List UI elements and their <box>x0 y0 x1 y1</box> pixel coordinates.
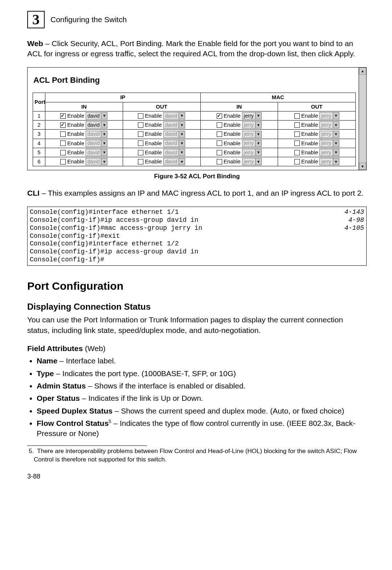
mac-out-6-checkbox[interactable] <box>294 159 300 164</box>
ip-in-4-checkbox[interactable] <box>60 141 66 146</box>
scroll-track[interactable] <box>359 75 366 163</box>
chevron-down-icon[interactable]: ▼ <box>333 158 339 165</box>
cli-cmd: Console(config)#interface ethernet 1/1 <box>30 208 179 216</box>
chevron-down-icon[interactable]: ▼ <box>255 113 261 119</box>
chevron-down-icon[interactable]: ▼ <box>179 158 185 165</box>
chevron-down-icon[interactable]: ▼ <box>101 140 107 147</box>
chevron-down-icon[interactable]: ▼ <box>333 140 339 147</box>
mac-in-5-select[interactable]: jerry▼ <box>242 149 262 156</box>
ip-out-1-select[interactable]: david▼ <box>163 112 185 119</box>
mac-in-4-select[interactable]: jerry▼ <box>242 140 262 147</box>
chevron-down-icon[interactable]: ▼ <box>333 113 339 119</box>
ip-in-4-select[interactable]: david▼ <box>86 140 107 147</box>
mac-in-6-select[interactable]: jerry▼ <box>242 158 262 165</box>
ip-in-3-checkbox[interactable] <box>60 131 66 137</box>
mac-out-1-checkbox[interactable] <box>294 113 300 119</box>
chevron-down-icon[interactable]: ▼ <box>179 131 185 138</box>
web-text: – Click Security, ACL, Port Binding. Mar… <box>27 39 355 58</box>
ip-out-2-select[interactable]: david▼ <box>163 121 185 129</box>
chevron-down-icon[interactable]: ▼ <box>333 149 339 156</box>
mac-in-2-checkbox[interactable] <box>217 122 222 128</box>
mac-out-1-select[interactable]: jerry▼ <box>319 112 339 119</box>
mac-out-4-select[interactable]: jerry▼ <box>319 140 339 147</box>
col-port: Port <box>33 93 45 111</box>
chevron-down-icon[interactable]: ▼ <box>255 158 261 165</box>
chevron-down-icon[interactable]: ▼ <box>255 149 261 156</box>
mac-out-2-checkbox[interactable] <box>294 122 300 128</box>
cli-cmd: Console(config-if)#ip access-group david… <box>30 248 198 256</box>
mac-in-5-checkbox[interactable] <box>217 150 222 155</box>
ip-in-1-checkbox[interactable] <box>60 113 66 119</box>
scroll-up-icon[interactable]: ▲ <box>359 68 366 75</box>
mac-in-4-checkbox[interactable] <box>217 141 222 146</box>
cli-text: – This examples assigns an IP and MAC in… <box>40 189 364 197</box>
figure-caption: Figure 3-52 ACL Port Binding <box>27 172 367 181</box>
chevron-down-icon[interactable]: ▼ <box>179 140 185 147</box>
chevron-down-icon[interactable]: ▼ <box>255 122 261 128</box>
mac-in-6-checkbox[interactable] <box>217 159 222 164</box>
mac-out-1-enable-label: Enable <box>301 112 318 119</box>
ip-in-6-checkbox[interactable] <box>60 159 66 164</box>
ip-out-3-select[interactable]: david▼ <box>163 131 185 138</box>
ip-in-2-select[interactable]: david▼ <box>86 121 107 129</box>
chevron-down-icon[interactable]: ▼ <box>255 140 261 147</box>
ip-in-6-enable-label: Enable <box>67 158 84 165</box>
chevron-down-icon[interactable]: ▼ <box>101 158 107 165</box>
ip-out-3-checkbox[interactable] <box>138 131 143 137</box>
ip-in-3-select[interactable]: david▼ <box>86 131 107 138</box>
ip-in-5-select[interactable]: david▼ <box>86 149 107 156</box>
chapter-title: Configuring the Switch <box>50 15 127 25</box>
mac-in-1-select[interactable]: jerry▼ <box>242 112 262 119</box>
mac-in-2-select[interactable]: jerry▼ <box>242 121 262 129</box>
chevron-down-icon[interactable]: ▼ <box>101 149 107 156</box>
ip-out-1-checkbox[interactable] <box>138 113 143 119</box>
mac-out-5-checkbox[interactable] <box>294 150 300 155</box>
ip-in-2-checkbox[interactable] <box>60 122 66 128</box>
mac-out-3-select-value: jerry <box>320 131 332 138</box>
cli-block: Console(config)#interface ethernet 1/14-… <box>27 207 367 266</box>
binding-table: Port IP MAC IN OUT IN OUT 1Enabledavid▼E… <box>33 93 356 166</box>
ip-out-6-checkbox[interactable] <box>138 159 143 164</box>
ip-out-4-checkbox[interactable] <box>138 141 143 146</box>
chevron-down-icon[interactable]: ▼ <box>333 122 339 128</box>
mac-out-6-select-value: jerry <box>320 158 332 165</box>
chevron-down-icon[interactable]: ▼ <box>333 131 339 138</box>
ip-out-6-enable-label: Enable <box>145 158 162 165</box>
ip-in-1-enable-label: Enable <box>67 112 84 119</box>
mac-in-1-select-value: jerry <box>242 113 255 119</box>
ip-in-1-select[interactable]: david▼ <box>86 112 107 119</box>
ip-out-6-select[interactable]: david▼ <box>163 158 185 165</box>
cli-line: Console(config-if)#ip access-group david… <box>30 216 364 224</box>
scrollbar[interactable]: ▲ ▼ <box>359 68 366 170</box>
mac-in-3-select[interactable]: jerry▼ <box>242 131 262 138</box>
col-mac: MAC <box>200 93 356 102</box>
mac-out-3-checkbox[interactable] <box>294 131 300 137</box>
mac-out-6-select[interactable]: jerry▼ <box>319 158 339 165</box>
attr-label: Type <box>37 369 54 378</box>
ip-out-4-select[interactable]: david▼ <box>163 140 185 147</box>
chevron-down-icon[interactable]: ▼ <box>255 131 261 138</box>
ip-out-4-enable-label: Enable <box>145 140 162 147</box>
ip-in-6-select[interactable]: david▼ <box>86 158 107 165</box>
chevron-down-icon[interactable]: ▼ <box>101 122 107 128</box>
ip-out-2-checkbox[interactable] <box>138 122 143 128</box>
chevron-down-icon[interactable]: ▼ <box>179 149 185 156</box>
chevron-down-icon[interactable]: ▼ <box>101 113 107 119</box>
mac-in-1-checkbox[interactable] <box>217 113 222 119</box>
ip-out-5-checkbox[interactable] <box>138 150 143 155</box>
ip-out-5-select[interactable]: david▼ <box>163 149 185 156</box>
mac-in-3-checkbox[interactable] <box>217 131 222 137</box>
mac-out-3-select[interactable]: jerry▼ <box>319 131 339 138</box>
ip-in-5-checkbox[interactable] <box>60 150 66 155</box>
mac-out-2-select[interactable]: jerry▼ <box>319 121 339 129</box>
table-row: 3Enabledavid▼Enabledavid▼Enablejerry▼Ena… <box>33 130 356 139</box>
mac-out-5-select[interactable]: jerry▼ <box>319 149 339 156</box>
footnote: 5. There are interoperability problems b… <box>34 447 367 464</box>
mac-out-4-checkbox[interactable] <box>294 141 300 146</box>
mac-in-5-enable-label: Enable <box>224 149 241 156</box>
chevron-down-icon[interactable]: ▼ <box>179 122 185 128</box>
attr-text: – Shows the current speed and duplex mod… <box>113 407 344 415</box>
scroll-down-icon[interactable]: ▼ <box>359 163 366 170</box>
chevron-down-icon[interactable]: ▼ <box>101 131 107 138</box>
chevron-down-icon[interactable]: ▼ <box>179 113 185 119</box>
